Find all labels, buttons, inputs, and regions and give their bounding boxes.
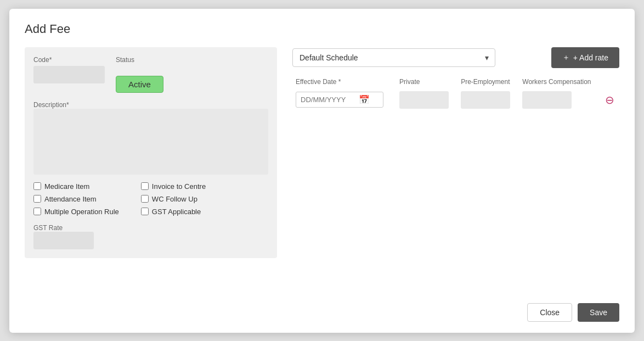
content-area: Code* Status Active Description* Medicar… — [25, 47, 619, 258]
code-input[interactable] — [33, 66, 105, 83]
description-label: Description* — [33, 101, 69, 109]
gst-input[interactable] — [33, 232, 94, 249]
workers-comp-input[interactable] — [522, 91, 572, 109]
th-effective-date: Effective Date * — [292, 76, 396, 88]
code-status-row: Code* Status Active — [33, 56, 268, 93]
wc-followup-checkbox[interactable]: WC Follow Up — [141, 195, 206, 203]
modal-footer: Close Save — [527, 303, 619, 322]
status-button[interactable]: Active — [116, 76, 163, 93]
gst-applicable-checkbox[interactable]: GST Applicable — [141, 208, 206, 216]
code-field-group: Code* — [33, 56, 105, 83]
rate-table-head: Effective Date * Private Pre-Employment … — [292, 76, 619, 88]
th-private: Private — [396, 76, 457, 88]
right-top: Default Schedule ▾ ＋ + Add rate — [292, 47, 619, 68]
calendar-icon[interactable]: 📅 — [359, 94, 370, 105]
gst-section: GST Rate — [33, 223, 268, 249]
th-actions — [602, 76, 619, 88]
add-fee-modal: Add Fee Code* Status Active Description* — [9, 9, 635, 333]
close-button[interactable]: Close — [527, 303, 572, 322]
status-field-group: Status Active — [116, 56, 163, 93]
code-label: Code* — [33, 56, 105, 64]
description-textarea[interactable] — [33, 109, 268, 175]
remove-row-button[interactable]: ⊖ — [605, 94, 614, 105]
left-panel: Code* Status Active Description* Medicar… — [25, 47, 277, 258]
add-rate-button[interactable]: ＋ + Add rate — [551, 47, 619, 68]
th-workers-compensation: Workers Compensation — [519, 76, 602, 88]
table-row: 📅 ⊖ — [292, 88, 619, 112]
schedule-select[interactable]: Default Schedule — [292, 48, 495, 67]
table-header-row: Effective Date * Private Pre-Employment … — [292, 76, 619, 88]
th-pre-employment: Pre-Employment — [457, 76, 519, 88]
attendance-item-checkbox[interactable]: Attendance Item — [33, 195, 119, 203]
effective-date-input[interactable] — [301, 96, 355, 104]
checkbox-col-1: Medicare Item Attendance Item Multiple O… — [33, 182, 119, 216]
checkbox-col-2: Invoice to Centre WC Follow Up GST Appli… — [141, 182, 206, 216]
rate-table: Effective Date * Private Pre-Employment … — [292, 76, 619, 112]
multiple-operation-checkbox[interactable]: Multiple Operation Rule — [33, 208, 119, 216]
gst-label: GST Rate — [33, 224, 63, 232]
schedule-select-wrapper: Default Schedule ▾ — [292, 48, 495, 67]
save-button[interactable]: Save — [578, 303, 619, 322]
workers-comp-cell — [519, 88, 602, 112]
medicare-item-checkbox[interactable]: Medicare Item — [33, 182, 119, 191]
remove-cell: ⊖ — [602, 88, 619, 112]
modal-title: Add Fee — [25, 22, 619, 36]
right-panel: Default Schedule ▾ ＋ + Add rate Effectiv… — [292, 47, 619, 258]
pre-employment-cell — [457, 88, 519, 112]
effective-date-cell: 📅 — [292, 88, 396, 112]
checkboxes-row: Medicare Item Attendance Item Multiple O… — [33, 182, 268, 216]
invoice-centre-checkbox[interactable]: Invoice to Centre — [141, 182, 206, 191]
description-group: Description* — [33, 100, 268, 175]
private-cell — [396, 88, 457, 112]
plus-icon: ＋ — [562, 53, 570, 63]
date-input-wrapper[interactable]: 📅 — [296, 92, 383, 108]
status-label: Status — [116, 56, 163, 64]
private-input[interactable] — [399, 91, 449, 109]
rate-table-body: 📅 ⊖ — [292, 88, 619, 112]
pre-employment-input[interactable] — [461, 91, 510, 109]
